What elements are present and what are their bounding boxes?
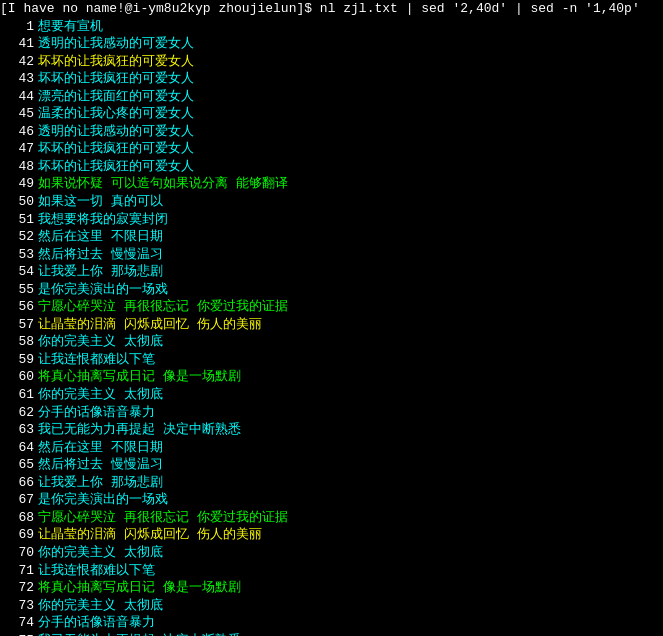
line-content: 温柔的让我心疼的可爱女人 (38, 105, 663, 123)
line-content: 宁愿心碎哭泣 再很很忘记 你爱过我的证据 (38, 298, 663, 316)
table-row: 59让我连恨都难以下笔 (0, 351, 663, 369)
table-row: 43坏坏的让我疯狂的可爱女人 (0, 70, 663, 88)
line-number: 41 (0, 35, 38, 53)
line-content: 让我连恨都难以下笔 (38, 562, 663, 580)
table-row: 53然后将过去 慢慢温习 (0, 246, 663, 264)
table-row: 74分手的话像语音暴力 (0, 614, 663, 632)
line-number: 50 (0, 193, 38, 211)
table-row: 65然后将过去 慢慢温习 (0, 456, 663, 474)
line-number: 72 (0, 579, 38, 597)
line-content: 你的完美主义 太彻底 (38, 544, 663, 562)
table-row: 75我已无能为力再提起 决定中断熟悉 (0, 632, 663, 636)
line-number: 64 (0, 439, 38, 457)
line-number: 61 (0, 386, 38, 404)
line-number: 65 (0, 456, 38, 474)
line-number: 68 (0, 509, 38, 527)
line-number: 75 (0, 632, 38, 636)
table-row: 50如果这一切 真的可以 (0, 193, 663, 211)
line-number: 51 (0, 211, 38, 229)
line-content: 透明的让我感动的可爱女人 (38, 123, 663, 141)
line-content: 坏坏的让我疯狂的可爱女人 (38, 140, 663, 158)
line-number: 73 (0, 597, 38, 615)
line-content: 让晶莹的泪滴 闪烁成回忆 伤人的美丽 (38, 316, 663, 334)
line-content: 让我爱上你 那场悲剧 (38, 263, 663, 281)
table-row: 47坏坏的让我疯狂的可爱女人 (0, 140, 663, 158)
line-content: 分手的话像语音暴力 (38, 614, 663, 632)
line-content: 如果这一切 真的可以 (38, 193, 663, 211)
line-number: 60 (0, 368, 38, 386)
line-number: 49 (0, 175, 38, 193)
table-row: 71让我连恨都难以下笔 (0, 562, 663, 580)
table-row: 52然后在这里 不限日期 (0, 228, 663, 246)
line-content: 让我连恨都难以下笔 (38, 351, 663, 369)
table-row: 66让我爱上你 那场悲剧 (0, 474, 663, 492)
line-number: 55 (0, 281, 38, 299)
line-content: 将真心抽离写成日记 像是一场默剧 (38, 368, 663, 386)
line-number: 71 (0, 562, 38, 580)
table-row: 56宁愿心碎哭泣 再很很忘记 你爱过我的证据 (0, 298, 663, 316)
table-row: 49如果说怀疑 可以造句如果说分离 能够翻译 (0, 175, 663, 193)
table-row: 54让我爱上你 那场悲剧 (0, 263, 663, 281)
line-number: 43 (0, 70, 38, 88)
line-number: 53 (0, 246, 38, 264)
line-number: 59 (0, 351, 38, 369)
table-row: 46透明的让我感动的可爱女人 (0, 123, 663, 141)
table-row: 72将真心抽离写成日记 像是一场默剧 (0, 579, 663, 597)
line-number: 56 (0, 298, 38, 316)
line-number: 47 (0, 140, 38, 158)
table-row: 70你的完美主义 太彻底 (0, 544, 663, 562)
line-content: 透明的让我感动的可爱女人 (38, 35, 663, 53)
line-number: 44 (0, 88, 38, 106)
line-number: 46 (0, 123, 38, 141)
line-content: 然后在这里 不限日期 (38, 439, 663, 457)
line-content: 你的完美主义 太彻底 (38, 333, 663, 351)
line-content: 我已无能为力再提起 决定中断熟悉 (38, 632, 663, 636)
table-row: 41透明的让我感动的可爱女人 (0, 35, 663, 53)
line-number: 67 (0, 491, 38, 509)
line-content: 漂亮的让我面红的可爱女人 (38, 88, 663, 106)
table-row: 58你的完美主义 太彻底 (0, 333, 663, 351)
line-number: 54 (0, 263, 38, 281)
line-content: 是你完美演出的一场戏 (38, 281, 663, 299)
line-number: 52 (0, 228, 38, 246)
table-row: 45温柔的让我心疼的可爱女人 (0, 105, 663, 123)
line-content: 你的完美主义 太彻底 (38, 597, 663, 615)
table-row: 64然后在这里 不限日期 (0, 439, 663, 457)
line-content: 将真心抽离写成日记 像是一场默剧 (38, 579, 663, 597)
line-content: 让我爱上你 那场悲剧 (38, 474, 663, 492)
table-row: 44漂亮的让我面红的可爱女人 (0, 88, 663, 106)
line-number: 66 (0, 474, 38, 492)
line-content: 坏坏的让我疯狂的可爱女人 (38, 70, 663, 88)
table-row: 67是你完美演出的一场戏 (0, 491, 663, 509)
line-content: 坏坏的让我疯狂的可爱女人 (38, 53, 663, 71)
table-row: 55是你完美演出的一场戏 (0, 281, 663, 299)
line-content: 是你完美演出的一场戏 (38, 491, 663, 509)
table-row: 69让晶莹的泪滴 闪烁成回忆 伤人的美丽 (0, 526, 663, 544)
line-content: 然后将过去 慢慢温习 (38, 246, 663, 264)
line-content: 分手的话像语音暴力 (38, 404, 663, 422)
table-row: 68宁愿心碎哭泣 再很很忘记 你爱过我的证据 (0, 509, 663, 527)
line-number: 63 (0, 421, 38, 439)
line-number: 74 (0, 614, 38, 632)
top-prompt-line: [I have no name!@i-ym8u2kyp zhoujielun]$… (0, 0, 663, 18)
line-number: 62 (0, 404, 38, 422)
line-number: 48 (0, 158, 38, 176)
table-row: 73你的完美主义 太彻底 (0, 597, 663, 615)
line-number: 70 (0, 544, 38, 562)
line-content: 宁愿心碎哭泣 再很很忘记 你爱过我的证据 (38, 509, 663, 527)
table-row: 42坏坏的让我疯狂的可爱女人 (0, 53, 663, 71)
output-lines: 1想要有宣机41透明的让我感动的可爱女人42坏坏的让我疯狂的可爱女人43坏坏的让… (0, 18, 663, 636)
table-row: 51我想要将我的寂寞封闭 (0, 211, 663, 229)
line-content: 然后在这里 不限日期 (38, 228, 663, 246)
line-number: 45 (0, 105, 38, 123)
table-row: 62分手的话像语音暴力 (0, 404, 663, 422)
line-content: 如果说怀疑 可以造句如果说分离 能够翻译 (38, 175, 663, 193)
table-row: 60将真心抽离写成日记 像是一场默剧 (0, 368, 663, 386)
line-number: 42 (0, 53, 38, 71)
line-content: 想要有宣机 (38, 18, 663, 36)
table-row: 1想要有宣机 (0, 18, 663, 36)
line-content: 坏坏的让我疯狂的可爱女人 (38, 158, 663, 176)
line-content: 我想要将我的寂寞封闭 (38, 211, 663, 229)
line-number: 58 (0, 333, 38, 351)
table-row: 57让晶莹的泪滴 闪烁成回忆 伤人的美丽 (0, 316, 663, 334)
